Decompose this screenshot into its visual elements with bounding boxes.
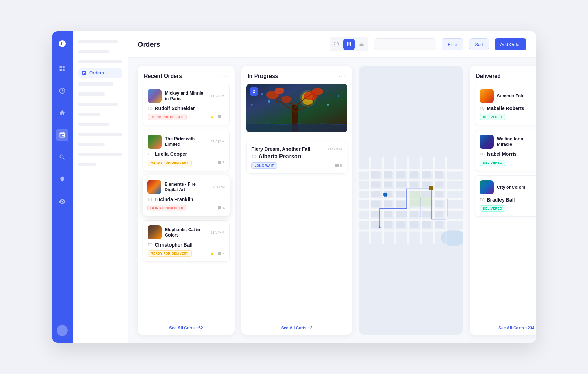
see-all-progress[interactable]: See All Carts +2: [241, 321, 352, 335]
svg-rect-40: [435, 171, 443, 178]
card-title-paris: Mickey and Minnie in Paris: [165, 90, 207, 102]
status-city: DELIVERED: [480, 205, 505, 212]
svg-point-15: [275, 88, 284, 94]
card-thumb-elements: [147, 180, 161, 194]
search-input[interactable]: [374, 38, 436, 50]
star-paris: ★: [210, 114, 214, 120]
svg-rect-64: [384, 221, 392, 228]
card-to-paris: Rudolf Schneider: [155, 106, 195, 111]
svg-rect-58: [384, 211, 392, 217]
see-all-delivered[interactable]: See All Carts +234: [470, 321, 536, 335]
card-title-elephants: Elephants, Cat in Colors: [165, 227, 207, 238]
nav-icon-lightbulb[interactable]: [56, 173, 68, 186]
column-delivered: Delivered ··· Summer Fair 11:27PM: [470, 66, 536, 335]
nav-icon-analytics[interactable]: [56, 84, 68, 97]
card-title-rider: The Rider with Limited: [165, 136, 207, 148]
nav-icon-search[interactable]: [56, 151, 68, 163]
nav-icon-home[interactable]: [56, 107, 68, 119]
nav-icon-orders[interactable]: [56, 129, 68, 141]
status-waiting: DELIVERED: [480, 160, 505, 166]
svg-rect-62: [435, 211, 443, 217]
order-card-elephants[interactable]: Elephants, Cat in Colors 11:34PM to: Chr…: [143, 220, 230, 262]
svg-rect-56: [435, 201, 443, 207]
card-time-paris: 11:27PM: [211, 94, 224, 98]
svg-rect-49: [396, 191, 405, 197]
svg-rect-33: [433, 157, 435, 244]
view-btn-list[interactable]: [356, 39, 367, 50]
column-recent-menu[interactable]: ···: [221, 72, 228, 80]
map-svg: [359, 66, 463, 335]
app-wrapper: Orders Orders: [52, 31, 536, 343]
sort-button[interactable]: Sort: [469, 38, 489, 50]
see-all-recent[interactable]: See All Carts +62: [138, 321, 235, 335]
svg-rect-72: [429, 186, 433, 190]
order-card-fiery[interactable]: Fiery Dream, Another Fall 06:52PM to: Al…: [246, 141, 347, 174]
svg-rect-36: [384, 171, 392, 178]
svg-point-75: [379, 226, 381, 228]
card-to-summer: Mabelle Roberts: [487, 106, 524, 111]
nav-icon-eye[interactable]: [56, 195, 68, 208]
card-to-city: Bradley Ball: [487, 197, 515, 203]
svg-rect-46: [435, 182, 443, 188]
svg-rect-26: [359, 219, 463, 221]
svg-rect-59: [396, 211, 407, 217]
status-rider: READY FOR DELIVERY: [148, 160, 192, 166]
sidebar-item-orders[interactable]: Orders: [78, 68, 122, 78]
card-thumb-waiting: [480, 135, 494, 149]
svg-rect-30: [394, 157, 396, 244]
kanban-board: Recent Orders ··· Mickey and Minnie in P…: [128, 58, 536, 343]
column-progress-body: 2 Fiery Dream, Another Fall 06:52PM to:: [241, 84, 352, 321]
order-card-city[interactable]: City of Colors 11:27PM to: Bradley Ball …: [475, 175, 536, 217]
comments-elements: 4: [218, 206, 225, 210]
header: Orders Filter Sort Add Order: [128, 31, 536, 58]
svg-point-7: [261, 93, 263, 95]
status-elements: BEING PROCESSED: [147, 205, 186, 211]
map-area: [359, 66, 463, 335]
svg-point-17: [304, 91, 318, 100]
svg-point-12: [251, 104, 253, 106]
add-order-button[interactable]: Add Order: [495, 38, 526, 50]
svg-rect-31: [407, 157, 409, 244]
column-recent-body: Mickey and Minnie in Paris 11:27PM to: R…: [138, 84, 235, 321]
svg-rect-52: [435, 191, 443, 197]
sidebar-nav: [52, 31, 73, 343]
comments-elephants: 2: [217, 251, 224, 256]
comments-paris: 8: [217, 115, 224, 119]
column-progress-menu[interactable]: ···: [339, 72, 346, 80]
svg-rect-63: [371, 221, 380, 228]
svg-rect-38: [410, 171, 418, 178]
app-logo: [57, 38, 68, 49]
svg-rect-39: [422, 171, 431, 178]
featured-artwork: 2: [246, 84, 347, 132]
view-btn-kanban[interactable]: [343, 39, 355, 50]
order-card-rider[interactable]: The Rider with Limited 06:21PM to: Luell…: [143, 130, 230, 171]
card-to-waiting: Isabel Morris: [487, 151, 516, 157]
order-card-summer[interactable]: Summer Fair 11:27PM to: Mabelle Roberts …: [475, 84, 536, 125]
card-thumb-rider: [148, 135, 162, 149]
svg-rect-29: [382, 157, 384, 244]
column-recent-orders: Recent Orders ··· Mickey and Minnie in P…: [138, 66, 235, 335]
order-card-waiting[interactable]: Waiting for a Miracle 11:27PM to: Isabel…: [475, 130, 536, 171]
svg-rect-37: [396, 171, 405, 178]
sidebar: Orders: [52, 31, 128, 343]
column-in-progress: In Progress ···: [241, 66, 352, 335]
card-time-rider: 06:21PM: [211, 140, 224, 144]
svg-rect-53: [371, 201, 380, 207]
card-time-elements: 12:39PM: [211, 185, 225, 189]
view-btn-table[interactable]: [331, 39, 342, 50]
svg-rect-57: [371, 211, 380, 217]
svg-rect-68: [435, 221, 443, 228]
card-time-fiery: 06:52PM: [328, 147, 342, 151]
order-card-paris[interactable]: Mickey and Minnie in Paris 11:27PM to: R…: [143, 84, 230, 125]
svg-rect-22: [359, 180, 463, 181]
user-avatar[interactable]: [57, 325, 68, 336]
status-summer: DELIVERED: [480, 114, 505, 120]
floating-card-elements: Elements - Fire Digital Art 12:39PM to: …: [143, 175, 230, 216]
svg-point-8: [268, 100, 270, 103]
svg-point-10: [327, 104, 329, 106]
filter-button[interactable]: Filter: [442, 38, 463, 50]
svg-rect-0: [60, 66, 62, 68]
nav-icon-dashboard[interactable]: [56, 62, 68, 75]
main-content: Orders Filter Sort Add Order: [128, 31, 536, 343]
card-time-elephants: 11:34PM: [211, 231, 224, 234]
